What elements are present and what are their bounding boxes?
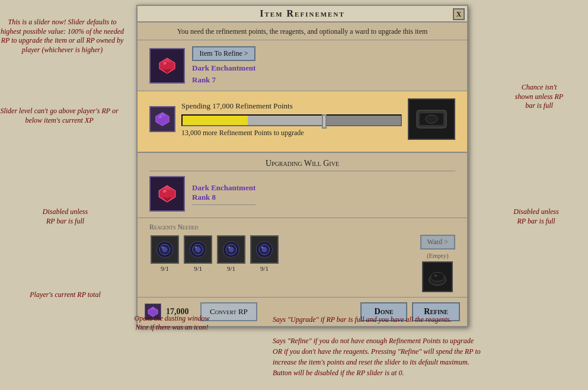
reagents-left: Reagents Needed 9/1 xyxy=(149,223,408,272)
slider-track[interactable] xyxy=(181,114,402,126)
annotation-bottom-left: Player's current RP total xyxy=(0,290,130,299)
upgrade-gem-svg xyxy=(156,183,178,204)
reagent-icon-3 xyxy=(217,235,245,264)
slider-gem-icon xyxy=(149,106,175,132)
upgrade-item-name: Dark Enchantment xyxy=(192,183,255,193)
svg-point-21 xyxy=(195,247,197,249)
slider-fill-yellow xyxy=(183,116,248,125)
dialog-title: Item Refinement xyxy=(260,8,344,19)
info-text: You need the refinement points, the reag… xyxy=(138,23,467,40)
reagent-slot-3: 9/1 xyxy=(216,235,247,272)
dialog-window: Item Refinement X You need the refinemen… xyxy=(136,5,468,327)
item-icon xyxy=(149,48,185,84)
reagent-svg-2 xyxy=(187,239,209,260)
spending-text: Spending 17,000 Refinement Points xyxy=(181,101,402,111)
reagent-slot-4: 9/1 xyxy=(249,235,280,272)
item-to-refine-button[interactable]: Item To Refine > xyxy=(192,46,255,61)
ward-icon xyxy=(422,261,453,292)
annotation-upgrade-text: Says "Upgrade" if RP bar is full and you… xyxy=(273,314,581,325)
slider-thumb[interactable] xyxy=(322,114,327,129)
close-button[interactable]: X xyxy=(453,8,465,20)
reagent-svg-4 xyxy=(254,239,275,260)
annotation-bottom-center: Opens the dusting windowNice if there wa… xyxy=(113,314,231,332)
item-section: Item To Refine > Dark Enchantment Rank 7 xyxy=(138,40,467,91)
upgrading-item: Dark Enchantment Rank 8 xyxy=(149,176,455,212)
black-box-right xyxy=(408,98,455,140)
annotation-left-middle: Slider level can't go above player's RP … xyxy=(0,107,119,125)
slider-header: Spending 17,000 Refinement Points 13,000… xyxy=(149,98,455,140)
upgrading-section: Upgrading Will Give Dark Enchantment Ran… xyxy=(138,153,467,218)
reagent-slot-2: 9/1 xyxy=(183,235,213,272)
slider-section: Spending 17,000 Refinement Points 13,000… xyxy=(138,91,467,153)
reagent-slot-1: 9/1 xyxy=(149,235,180,272)
reagent-svg-3 xyxy=(220,239,242,260)
ward-empty-label: (Empty) xyxy=(427,252,449,259)
upgrade-icon xyxy=(149,176,185,212)
reagent-icon-4 xyxy=(250,235,279,264)
reagent-icon-2 xyxy=(184,235,212,264)
annotation-right-disabled: Disabled unlessRP bar is full xyxy=(487,207,585,226)
item-rank: Rank 7 xyxy=(192,75,255,85)
title-bar: Item Refinement X xyxy=(138,6,467,23)
more-rp-text: 13,000 more Refinement Points to upgrade xyxy=(181,129,402,138)
annotation-top-left: This is a slider now! Slider defaults to… xyxy=(0,18,124,55)
svg-point-29 xyxy=(261,247,264,249)
svg-point-32 xyxy=(434,274,438,277)
ward-svg xyxy=(423,263,452,291)
upgrade-item-rank: Rank 8 xyxy=(192,193,255,202)
reagent-count-4: 9/1 xyxy=(260,265,269,272)
slider-gem-svg xyxy=(154,111,171,127)
black-box-svg xyxy=(414,104,449,134)
reagent-svg-1 xyxy=(154,239,175,260)
ward-section: Ward > (Empty) xyxy=(420,235,455,292)
reagents-grid: 9/1 9/1 xyxy=(149,235,408,272)
upgrade-info: Dark Enchantment Rank 8 xyxy=(192,183,255,205)
annotation-refine-text: Says "Refine" if you do not have enough … xyxy=(273,335,581,378)
reagents-title: Reagents Needed xyxy=(149,223,408,232)
annotation-bottom-right: Says "Upgrade" if RP bar is full and you… xyxy=(273,314,581,378)
gem-svg-icon xyxy=(157,56,177,76)
annotation-left-disabled: Disabled unlessRP bar is full xyxy=(12,207,119,226)
reagents-section: Reagents Needed 9/1 xyxy=(138,218,467,298)
reagent-icon-1 xyxy=(151,235,179,264)
svg-point-31 xyxy=(431,272,445,281)
annotation-right-top: Chance isn'tshown unless RPbar is full xyxy=(490,83,588,111)
upgrading-title: Upgrading Will Give xyxy=(149,159,455,171)
reagent-count-1: 9/1 xyxy=(161,265,169,272)
svg-point-25 xyxy=(228,247,231,249)
item-name: Dark Enchantment xyxy=(192,63,255,73)
reagent-count-2: 9/1 xyxy=(194,265,202,272)
svg-point-17 xyxy=(162,247,164,249)
reagent-count-3: 9/1 xyxy=(227,265,235,272)
ward-button[interactable]: Ward > xyxy=(420,235,455,250)
slider-info: Spending 17,000 Refinement Points 13,000… xyxy=(181,101,402,138)
item-info: Item To Refine > Dark Enchantment Rank 7 xyxy=(192,46,255,85)
slider-fill-gray xyxy=(248,116,324,125)
svg-point-9 xyxy=(426,115,437,123)
